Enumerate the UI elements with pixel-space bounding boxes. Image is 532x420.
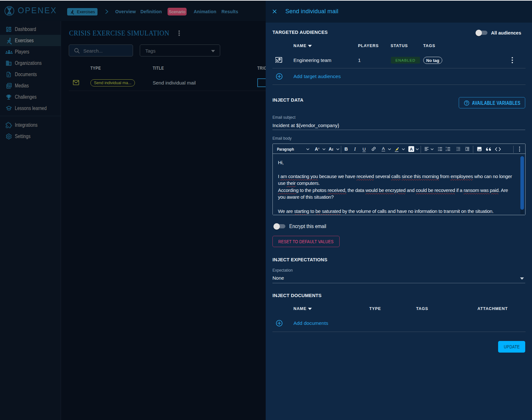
svg-text:2: 2	[446, 149, 447, 151]
svg-text:1: 1	[446, 146, 447, 148]
